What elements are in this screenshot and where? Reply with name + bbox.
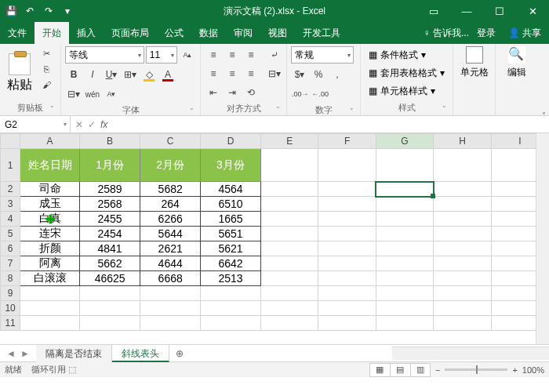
close-button[interactable]: ✕ — [516, 0, 549, 22]
cell[interactable]: 4564 — [201, 182, 261, 197]
cell[interactable] — [376, 271, 434, 286]
cell[interactable]: 6510 — [201, 197, 261, 212]
view-layout[interactable]: ▤ — [390, 363, 410, 377]
cell[interactable] — [260, 197, 318, 212]
dec-decimal[interactable]: ←.00 — [311, 85, 330, 103]
select-all[interactable] — [1, 134, 20, 149]
menu-data[interactable]: 数据 — [191, 22, 226, 44]
menu-dev[interactable]: 开发工具 — [295, 22, 348, 44]
zoom-out[interactable]: − — [435, 365, 440, 375]
row-header[interactable]: 6 — [1, 241, 20, 256]
cell[interactable] — [376, 286, 434, 301]
cell[interactable] — [318, 256, 376, 271]
menu-view[interactable]: 视图 — [260, 22, 295, 44]
cell[interactable] — [79, 286, 140, 301]
row-header[interactable]: 1 — [1, 149, 20, 182]
merge-cells[interactable]: ⊟▾ — [266, 65, 283, 82]
maximize-button[interactable]: ☐ — [483, 0, 516, 22]
cell[interactable]: 1月份 — [79, 149, 140, 182]
cell[interactable]: 2513 — [201, 271, 261, 286]
align-left[interactable]: ≡ — [205, 65, 222, 82]
indent-dec[interactable]: ⇤ — [205, 84, 222, 101]
cell[interactable]: 2589 — [79, 182, 140, 197]
tab-nav-prev[interactable]: ◄ — [6, 348, 16, 359]
row-header[interactable]: 2 — [1, 182, 20, 197]
cell[interactable] — [434, 286, 491, 301]
cell[interactable] — [201, 286, 261, 301]
grid[interactable]: ABCDEFGHI1姓名日期1月份2月份3月份2司命2589568245643成… — [0, 133, 549, 344]
formula-input[interactable] — [112, 116, 549, 132]
cell[interactable] — [20, 286, 80, 301]
tell-me[interactable]: ♀ 告诉我... — [424, 27, 469, 40]
cell[interactable] — [376, 182, 434, 197]
cell[interactable] — [260, 301, 318, 316]
cut-button[interactable]: ✂ — [38, 46, 54, 60]
cell[interactable] — [434, 197, 491, 212]
cell[interactable]: 阿离 — [20, 256, 80, 271]
cell[interactable]: 6642 — [201, 256, 261, 271]
cell[interactable]: 白滚滚 — [20, 271, 80, 286]
cell[interactable] — [260, 241, 318, 256]
cell[interactable]: 5662 — [79, 256, 140, 271]
font-size-combo[interactable]: 11 — [146, 46, 177, 64]
cell[interactable]: 5651 — [201, 227, 261, 241]
shrink-font-button[interactable]: A▾ — [103, 85, 120, 103]
zoom-slider[interactable] — [445, 368, 507, 371]
align-center[interactable]: ≡ — [224, 65, 241, 82]
cell[interactable] — [434, 301, 491, 316]
name-box[interactable]: G2 — [0, 116, 71, 133]
menu-file[interactable]: 文件 — [0, 22, 35, 44]
scrollbar-horizontal[interactable] — [392, 347, 549, 360]
inc-decimal[interactable]: .00→ — [291, 85, 310, 103]
cell[interactable]: 3月份 — [201, 149, 261, 182]
col-header[interactable]: A — [20, 134, 80, 149]
cell[interactable] — [318, 316, 376, 331]
cell[interactable]: 264 — [140, 197, 201, 212]
cell[interactable] — [318, 149, 376, 182]
cell[interactable] — [318, 301, 376, 316]
cell[interactable]: 4841 — [79, 241, 140, 256]
cell[interactable]: 6266 — [140, 212, 201, 227]
cell[interactable] — [318, 182, 376, 197]
row-header[interactable]: 8 — [1, 271, 20, 286]
cell[interactable] — [434, 182, 491, 197]
cell[interactable]: 2568 — [79, 197, 140, 212]
view-pagebreak[interactable]: ▥ — [410, 363, 431, 377]
menu-layout[interactable]: 页面布局 — [104, 22, 157, 44]
wrap-text[interactable]: ⤶ — [266, 46, 283, 64]
cell[interactable]: 成玉 — [20, 197, 80, 212]
cell[interactable] — [376, 316, 434, 331]
cell[interactable] — [318, 212, 376, 227]
font-name-combo[interactable]: 等线 — [65, 46, 144, 64]
cell[interactable] — [260, 286, 318, 301]
cell[interactable] — [260, 182, 318, 197]
col-header[interactable]: B — [79, 134, 140, 149]
cell[interactable] — [376, 256, 434, 271]
phonetic-button[interactable]: wén — [84, 85, 101, 103]
menu-home[interactable]: 开始 — [35, 22, 69, 44]
enter-fx-icon[interactable]: ✓ — [88, 119, 96, 130]
undo-icon[interactable]: ↶ — [22, 3, 38, 19]
comma-button[interactable]: , — [329, 66, 346, 83]
scrollbar-vertical[interactable] — [536, 133, 549, 344]
cell[interactable] — [434, 212, 491, 227]
cell[interactable] — [318, 227, 376, 241]
cell[interactable] — [140, 301, 201, 316]
menu-formulas[interactable]: 公式 — [157, 22, 191, 44]
share-button[interactable]: 👤共享 — [504, 24, 546, 42]
row-header[interactable]: 9 — [1, 286, 20, 301]
bold-button[interactable]: B — [65, 66, 82, 83]
align-mid[interactable]: ≡ — [224, 46, 241, 64]
percent-button[interactable]: % — [310, 66, 327, 83]
cells-button[interactable]: 单元格 — [457, 46, 492, 79]
login-link[interactable]: 登录 — [477, 27, 496, 40]
cell[interactable]: 4644 — [140, 256, 201, 271]
cell[interactable]: 1665 — [201, 212, 261, 227]
cell[interactable]: 连宋 — [20, 227, 80, 241]
cell[interactable] — [260, 316, 318, 331]
collapse-ribbon[interactable]: ˬ — [542, 105, 546, 114]
cell[interactable] — [434, 227, 491, 241]
menu-review[interactable]: 审阅 — [226, 22, 260, 44]
cell[interactable]: 白真 — [20, 212, 80, 227]
border-more[interactable]: ⊟▾ — [65, 85, 82, 103]
